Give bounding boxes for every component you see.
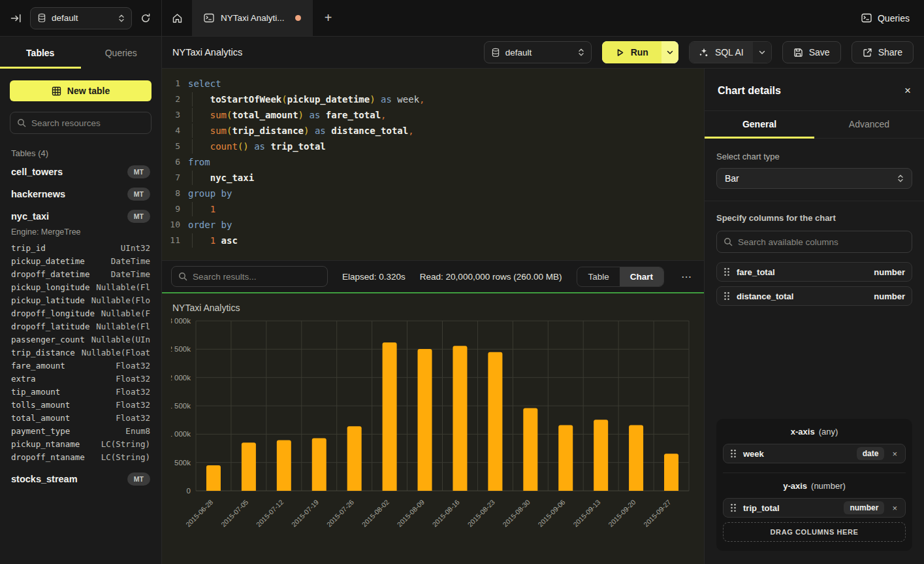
- column-name: dropoff_ntaname: [11, 451, 85, 464]
- column-chip[interactable]: fare_totalnumber: [716, 262, 912, 282]
- columns-search-input[interactable]: [738, 237, 905, 247]
- column-name: trip_distance: [11, 346, 75, 359]
- code-text: nyc_taxi: [188, 170, 704, 186]
- home-tab[interactable]: [162, 0, 192, 36]
- column-row: pickup_latitudeNullable(Flo: [11, 294, 150, 307]
- save-button[interactable]: Save: [782, 41, 841, 63]
- column-chip[interactable]: distance_totalnumber: [716, 286, 912, 306]
- tab-nytaxi-analytics[interactable]: NYTaxi Analyti...: [192, 0, 313, 36]
- bar[interactable]: [383, 342, 397, 491]
- y-tick-label: 2 000k: [171, 374, 191, 382]
- console-icon: [861, 13, 872, 23]
- query-database-selector[interactable]: default: [484, 41, 592, 63]
- sql-editor[interactable]: 1select2 toStartOfWeek(pickup_datetime) …: [162, 69, 704, 260]
- sidebar-search-input[interactable]: [31, 118, 147, 128]
- sql-ai-button[interactable]: SQL AI: [689, 41, 772, 63]
- bar[interactable]: [523, 408, 537, 491]
- query-database-value: default: [505, 48, 532, 58]
- column-name: dropoff_datetime: [11, 268, 89, 281]
- chart-svg[interactable]: 0500k1 000k1 500k2 000k2 500k3 000k2015-…: [171, 317, 693, 563]
- bar[interactable]: [488, 352, 502, 491]
- x-tick-label: 2015-07-12: [255, 498, 285, 529]
- collapse-sidebar-icon[interactable]: [10, 13, 22, 24]
- chart-area: NYTaxi Analytics 0500k1 000k1 500k2 000k…: [162, 292, 704, 564]
- share-label: Share: [878, 47, 902, 58]
- table-row[interactable]: nyc_taxiMT: [10, 205, 151, 227]
- database-selector[interactable]: default: [30, 7, 132, 29]
- column-row: passenger_countNullable(UIn: [11, 333, 150, 346]
- bar[interactable]: [312, 438, 327, 491]
- view-table-button[interactable]: Table: [577, 267, 619, 286]
- x-axis-label: x-axis: [791, 427, 815, 437]
- column-row: tip_amountFloat32: [11, 386, 150, 399]
- panel-tabs: General Advanced: [705, 111, 924, 139]
- sidebar-search[interactable]: [10, 112, 151, 134]
- refresh-icon[interactable]: [140, 13, 151, 24]
- code-text: toStartOfWeek(pickup_datetime) as week,: [188, 91, 704, 107]
- column-name: dropoff_latitude: [11, 320, 89, 333]
- bar[interactable]: [629, 425, 643, 491]
- chip-column-name: distance_total: [737, 291, 793, 301]
- bar[interactable]: [664, 454, 678, 491]
- topbar: default NYTaxi Analyti... + Queries: [0, 0, 924, 37]
- close-icon[interactable]: ×: [904, 84, 911, 97]
- more-options-icon[interactable]: ⋯: [678, 271, 695, 283]
- columns-search[interactable]: [716, 231, 912, 253]
- line-number: 7: [162, 170, 188, 186]
- line-number: 10: [162, 217, 188, 233]
- queries-button[interactable]: Queries: [847, 0, 924, 36]
- tab-general[interactable]: General: [705, 111, 814, 138]
- chart-type-select[interactable]: Bar: [716, 168, 912, 189]
- line-number: 8: [162, 186, 188, 201]
- drag-handle-icon[interactable]: [730, 449, 737, 458]
- bar[interactable]: [206, 465, 221, 491]
- column-chip[interactable]: trip_totalnumber×: [723, 498, 906, 518]
- results-search-input[interactable]: [193, 272, 321, 282]
- table-row[interactable]: hackernewsMT: [10, 183, 151, 205]
- tab-advanced[interactable]: Advanced: [814, 111, 924, 138]
- results-search[interactable]: [171, 266, 328, 287]
- drag-handle-icon[interactable]: [724, 267, 730, 276]
- table-grid-icon: [52, 86, 61, 96]
- tab-tables[interactable]: Tables: [0, 37, 81, 69]
- code-text: sum(trip_distance) as distance_total,: [188, 123, 704, 139]
- bar[interactable]: [277, 440, 291, 491]
- share-button[interactable]: Share: [852, 41, 914, 63]
- code-text: 1: [188, 201, 704, 217]
- run-options-caret[interactable]: [661, 41, 678, 63]
- remove-chip-icon[interactable]: ×: [891, 449, 899, 459]
- run-label: Run: [631, 47, 648, 58]
- column-type: Float32: [116, 399, 150, 412]
- table-row[interactable]: stocks_streamMT: [10, 468, 151, 490]
- chip-column-name: fare_total: [737, 267, 775, 277]
- code-text: 1 asc: [188, 233, 704, 248]
- drag-handle-icon[interactable]: [730, 503, 737, 512]
- column-chip[interactable]: weekdate×: [723, 444, 906, 463]
- drag-handle-icon[interactable]: [724, 291, 730, 301]
- bar[interactable]: [558, 425, 573, 491]
- code-line: 11 1 asc: [162, 233, 704, 248]
- bar[interactable]: [594, 420, 608, 491]
- table-row[interactable]: cell_towersMT: [10, 161, 151, 183]
- tab-queries[interactable]: Queries: [81, 37, 162, 69]
- run-button[interactable]: Run: [602, 41, 678, 63]
- content: New table Tables (4) cell_towersMThacker…: [0, 69, 924, 564]
- column-row: extraFloat32: [11, 373, 150, 386]
- drop-zone[interactable]: DRAG COLUMNS HERE: [723, 522, 906, 542]
- bar[interactable]: [453, 346, 467, 491]
- column-row: tolls_amountFloat32: [11, 399, 150, 412]
- new-tab-button[interactable]: +: [313, 0, 344, 36]
- y-tick-label: 500k: [174, 459, 191, 467]
- code-line: 10order by: [162, 217, 704, 233]
- bar[interactable]: [418, 349, 432, 491]
- columns-list: trip_idUInt32pickup_datetimeDateTimedrop…: [10, 241, 151, 468]
- column-type: Float32: [116, 412, 150, 425]
- bar[interactable]: [347, 426, 362, 491]
- remove-chip-icon[interactable]: ×: [891, 503, 899, 513]
- bar[interactable]: [242, 442, 256, 491]
- sql-ai-caret[interactable]: [753, 42, 771, 63]
- column-type: DateTime: [111, 255, 150, 268]
- view-chart-button[interactable]: Chart: [620, 267, 663, 286]
- new-table-button[interactable]: New table: [10, 80, 151, 101]
- engine-badge: MT: [127, 188, 150, 201]
